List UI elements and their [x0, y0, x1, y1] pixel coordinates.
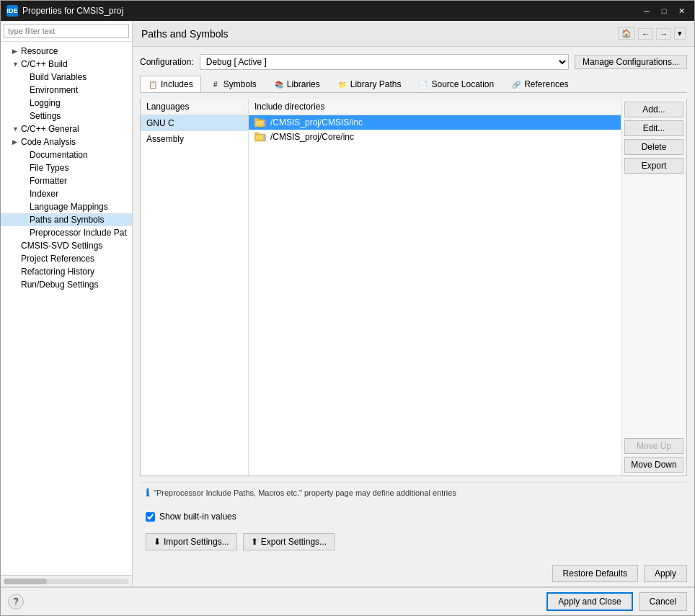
show-builtin-label: Show built-in values	[159, 512, 236, 522]
close-button[interactable]: ✕	[674, 5, 689, 17]
apply-and-close-button[interactable]: Apply and Close	[546, 592, 632, 611]
sidebar-item-build-variables[interactable]: Build Variables	[1, 71, 132, 84]
lang-item-assembly[interactable]: Assembly	[141, 131, 248, 147]
help-button[interactable]: ?	[8, 594, 24, 610]
sidebar-item-file-types[interactable]: File Types	[1, 161, 132, 174]
sidebar-item-language-mappings[interactable]: Language Mappings	[1, 200, 132, 213]
tab-source-location[interactable]: 📄 Source Location	[410, 76, 502, 92]
languages-list: GNU C Assembly	[141, 115, 248, 476]
sidebar-item-preprocessor-include[interactable]: Preprocessor Include Pat	[1, 226, 132, 239]
show-builtin-row: Show built-in values	[140, 509, 687, 525]
sidebar-scrollbar[interactable]	[1, 575, 132, 586]
svg-rect-3	[264, 120, 266, 127]
apply-button[interactable]: Apply	[644, 565, 687, 582]
dir-path-1: /CMSIS_proj/CMSIS/inc	[270, 117, 363, 128]
manage-configurations-button[interactable]: Manage Configurations...	[575, 55, 687, 69]
sidebar-scroll-track[interactable]	[4, 579, 129, 584]
title-bar-left: IDE Properties for CMSIS_proj	[6, 5, 123, 17]
title-bar-controls: ─ □ ✕	[639, 5, 689, 17]
sidebar-item-run-debug[interactable]: Run/Debug Settings	[1, 278, 132, 291]
footer-left: ?	[8, 594, 24, 610]
sidebar-item-documentation[interactable]: Documentation	[1, 148, 132, 161]
references-tab-icon: 🔗	[511, 79, 521, 89]
dir-path-2: /CMSIS_proj/Core/inc	[270, 132, 354, 142]
dir-item-2[interactable]: /CMSIS_proj/Core/inc	[249, 130, 621, 144]
minimize-button[interactable]: ─	[639, 5, 654, 17]
export-button[interactable]: Export	[624, 158, 683, 174]
show-builtin-checkbox[interactable]	[146, 512, 155, 522]
dir-icon-1	[254, 117, 266, 128]
maximize-button[interactable]: □	[657, 5, 671, 17]
config-select[interactable]: Debug [ Active ]	[200, 54, 569, 70]
sidebar-filter-input[interactable]	[4, 24, 129, 38]
library-paths-tab-icon: 📁	[337, 79, 348, 89]
bottom-info: ℹ "Preprocessor Include Paths, Macros et…	[140, 482, 687, 503]
footer-right: Apply and Close Cancel	[546, 592, 687, 611]
include-dirs-list: /CMSIS_proj/CMSIS/inc	[249, 115, 621, 476]
dir-icon-2	[254, 132, 266, 142]
sidebar-item-logging[interactable]: Logging	[1, 97, 132, 110]
sidebar-item-cpp-build[interactable]: ▼ C/C++ Build	[1, 58, 132, 71]
sidebar-item-indexer[interactable]: Indexer	[1, 187, 132, 200]
nav-forward-button[interactable]: →	[656, 28, 671, 40]
tab-references[interactable]: 🔗 References	[503, 76, 576, 92]
sidebar-item-formatter[interactable]: Formatter	[1, 174, 132, 187]
includes-panel: Include directories	[249, 99, 621, 476]
tab-symbols[interactable]: # Symbols	[203, 76, 265, 92]
delete-button[interactable]: Delete	[624, 139, 683, 155]
move-up-button[interactable]: Move Up	[624, 438, 683, 454]
sidebar-item-paths-and-symbols[interactable]: Paths and Symbols	[1, 213, 132, 226]
tab-libraries[interactable]: 📚 Libraries	[266, 76, 328, 92]
sidebar-item-cpp-general[interactable]: ▼ C/C++ General	[1, 122, 132, 135]
export-settings-button[interactable]: ⬆ Export Settings...	[243, 533, 335, 550]
sidebar-item-resource[interactable]: ▶ Resource	[1, 45, 132, 58]
cancel-button[interactable]: Cancel	[639, 592, 687, 611]
main-content: ▶ Resource ▼ C/C++ Build Build Variables	[1, 21, 694, 586]
edit-button[interactable]: Edit...	[624, 120, 683, 136]
sidebar-tree: ▶ Resource ▼ C/C++ Build Build Variables	[1, 42, 132, 575]
export-label: Export Settings...	[261, 537, 327, 547]
footer: ? Apply and Close Cancel	[1, 586, 694, 615]
sidebar-item-refactoring-history[interactable]: Refactoring History	[1, 265, 132, 278]
sidebar-scroll-thumb[interactable]	[4, 579, 47, 584]
nav-dropdown-button[interactable]: ▾	[674, 27, 686, 40]
lang-item-gnu-c[interactable]: GNU C	[141, 115, 248, 131]
title-bar: IDE Properties for CMSIS_proj ─ □ ✕	[1, 1, 694, 21]
import-settings-button[interactable]: ⬇ Import Settings...	[146, 533, 237, 550]
symbols-tab-icon: #	[211, 79, 221, 89]
nav-home-button[interactable]: 🏠	[618, 27, 635, 40]
svg-rect-5	[254, 133, 259, 135]
panel-body: Configuration: Debug [ Active ] Manage C…	[133, 47, 694, 561]
dir-item-1[interactable]: /CMSIS_proj/CMSIS/inc	[249, 115, 621, 130]
right-panel: Paths and Symbols 🏠 ← → ▾ Configuration:…	[133, 21, 694, 586]
source-location-tab-icon: 📄	[418, 79, 428, 89]
sidebar-item-code-analysis[interactable]: ▶ Code Analysis	[1, 135, 132, 148]
add-button[interactable]: Add...	[624, 102, 683, 117]
restore-defaults-button[interactable]: Restore Defaults	[552, 565, 638, 582]
footer-top: Restore Defaults Apply	[133, 561, 694, 586]
nav-back-button[interactable]: ←	[638, 28, 653, 40]
config-label: Configuration:	[140, 57, 194, 67]
sidebar: ▶ Resource ▼ C/C++ Build Build Variables	[1, 21, 133, 586]
config-row: Configuration: Debug [ Active ] Manage C…	[140, 54, 687, 70]
includes-tab-icon: 📋	[148, 79, 158, 89]
action-buttons-panel: Add... Edit... Delete Export Move Up Mov…	[621, 99, 686, 476]
sidebar-item-cmsis-svd[interactable]: CMSIS-SVD Settings	[1, 239, 132, 252]
tab-symbols-label: Symbols	[223, 79, 257, 89]
move-down-button[interactable]: Move Down	[624, 457, 683, 473]
tab-library-paths[interactable]: 📁 Library Paths	[329, 76, 410, 92]
sidebar-filter-container	[1, 21, 132, 42]
tab-library-paths-label: Library Paths	[350, 79, 402, 89]
tab-references-label: References	[524, 79, 568, 89]
svg-rect-6	[256, 135, 263, 140]
export-icon: ⬆	[251, 537, 258, 547]
panel-header: Paths and Symbols 🏠 ← → ▾	[133, 21, 694, 47]
btn-spacer	[624, 177, 683, 435]
tab-includes[interactable]: 📋 Includes	[140, 76, 201, 92]
info-message: "Preprocessor Include Paths, Macros etc.…	[154, 488, 456, 497]
sidebar-item-project-references[interactable]: Project References	[1, 252, 132, 265]
tab-libraries-label: Libraries	[287, 79, 320, 89]
sidebar-item-settings[interactable]: Settings	[1, 110, 132, 122]
sidebar-item-environment[interactable]: Environment	[1, 84, 132, 97]
svg-rect-2	[256, 121, 263, 125]
